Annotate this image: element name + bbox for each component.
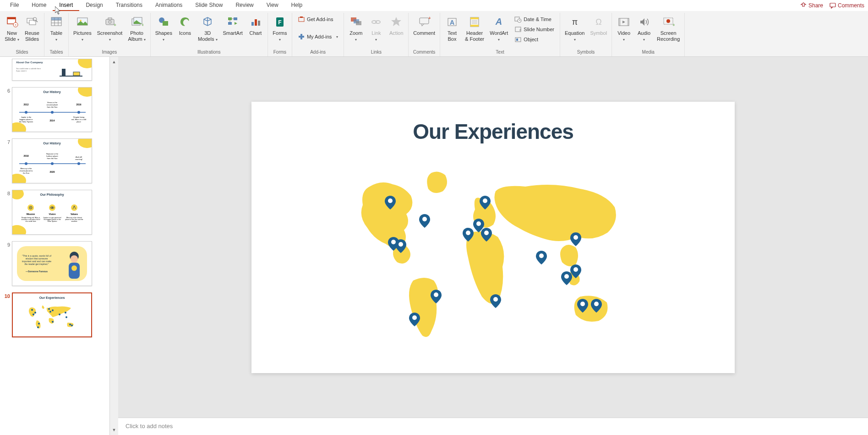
slide-thumb-10[interactable]: Our Experiences <box>12 292 92 337</box>
svg-rect-29 <box>251 22 254 26</box>
svg-text:+: + <box>15 23 17 27</box>
wordart-label: WordArt▾ <box>490 30 508 42</box>
notes-placeholder[interactable]: Click to add notes <box>126 423 861 429</box>
menu-transitions[interactable]: Transitions <box>109 0 149 11</box>
reuse-slides-button[interactable]: ReuseSlides <box>23 14 41 43</box>
svg-text:the Solar System: the Solar System <box>19 121 33 123</box>
equation-label: Equation▾ <box>565 30 584 42</box>
get-addins-button[interactable]: Get Add-ins <box>297 15 339 24</box>
svg-rect-34 <box>299 17 304 22</box>
svg-point-128 <box>49 311 51 313</box>
svg-text:A: A <box>450 19 454 26</box>
equation-button[interactable]: π Equation▾ <box>563 14 586 43</box>
svg-text:F: F <box>278 19 281 26</box>
scroll-down-icon[interactable]: ▼ <box>111 427 117 433</box>
new-slide-button[interactable]: + NewSlide ▾ <box>3 14 21 43</box>
zoom-button[interactable]: Zoom▾ <box>347 14 365 43</box>
comment-button[interactable]: + Comment <box>411 14 437 37</box>
svg-text:counting!: counting! <box>75 158 82 160</box>
forms-button[interactable]: F Forms▾ <box>271 14 289 43</box>
slide-panel-scrollbar[interactable]: ▲ ▼ <box>110 57 118 435</box>
menu-view[interactable]: View <box>260 0 285 11</box>
svg-rect-41 <box>420 18 429 24</box>
pictures-button[interactable]: Pictures▾ <box>71 14 93 43</box>
link-button: Link▾ <box>367 14 385 43</box>
screenshot-icon: + <box>103 15 117 29</box>
world-map[interactable] <box>351 166 635 349</box>
chart-button[interactable]: Chart <box>246 14 265 37</box>
slide-number: 6 <box>4 87 12 94</box>
slide-title[interactable]: Our Experiences <box>251 102 735 144</box>
my-addins-button[interactable]: My Add-ins ▾ <box>297 32 339 41</box>
video-button[interactable]: Video▾ <box>615 14 633 43</box>
svg-point-150 <box>564 274 569 279</box>
table-label: Table▾ <box>50 30 62 42</box>
svg-text:2014: 2014 <box>49 119 55 122</box>
svg-text:#: # <box>519 28 521 32</box>
audio-button[interactable]: Audio▾ <box>635 14 653 43</box>
scroll-up-icon[interactable]: ▲ <box>111 59 117 65</box>
menu-file[interactable]: File <box>4 0 25 11</box>
date-time-button[interactable]: Date & Time <box>513 15 555 24</box>
menu-animations[interactable]: Animations <box>149 0 189 11</box>
share-button[interactable]: Share <box>800 2 823 9</box>
slide-canvas-wrap[interactable]: Our Experiences <box>118 57 868 418</box>
thumb-subtitle: You could enter a subtitle hereif you ne… <box>16 67 41 72</box>
svg-point-129 <box>52 309 54 311</box>
svg-point-151 <box>580 302 585 306</box>
slide-canvas[interactable]: Our Experiences <box>251 102 735 373</box>
slide-thumb-8[interactable]: Our Philosophy Mission Vision Values Des… <box>12 190 92 235</box>
svg-point-122 <box>31 309 33 311</box>
slide-number: 9 <box>4 241 12 248</box>
screen-recording-button[interactable]: + ScreenRecording <box>655 14 682 43</box>
slide-panel[interactable]: About Our Company You could enter a subt… <box>0 57 110 435</box>
slide-number <box>4 59 12 60</box>
slide-thumb-6[interactable]: Our History 201220142016Venus is theseco… <box>12 87 92 132</box>
text-box-button[interactable]: A TextBox <box>443 14 461 43</box>
table-button[interactable]: Table▾ <box>47 14 66 43</box>
svg-text:from the Sun: from the Sun <box>47 106 58 108</box>
ribbon-group-label-illustrations: Illustrations <box>153 49 265 56</box>
menu-insert[interactable]: Insert <box>53 0 79 11</box>
comments-button[interactable]: Comments <box>830 2 864 9</box>
svg-point-142 <box>483 198 487 203</box>
slide-number: 7 <box>4 138 12 145</box>
slide-thumb-5[interactable]: About Our Company You could enter a subt… <box>12 59 92 81</box>
icons-button[interactable]: Icons <box>176 14 194 37</box>
video-label: Video▾ <box>617 30 630 42</box>
svg-point-136 <box>388 198 393 203</box>
object-button[interactable]: Object <box>513 35 555 44</box>
svg-point-152 <box>594 302 599 306</box>
smartart-button[interactable]: SmartArt <box>221 14 245 37</box>
svg-point-148 <box>573 235 578 240</box>
menu-design[interactable]: Design <box>79 0 109 11</box>
menu-home[interactable]: Home <box>25 0 53 11</box>
photo-album-button[interactable]: + PhotoAlbum ▾ <box>126 14 147 43</box>
shapes-button[interactable]: Shapes▾ <box>153 14 174 43</box>
slide-thumb-7[interactable]: Our History 20182020Neptune is thefarthe… <box>12 138 92 183</box>
ribbon-group-label-text: Text <box>443 49 557 56</box>
menu-slide-show[interactable]: Slide Show <box>189 0 229 11</box>
svg-point-146 <box>493 297 498 302</box>
audio-icon <box>637 15 651 29</box>
screenshot-button[interactable]: + Screenshot▾ <box>95 14 125 43</box>
menu-help[interactable]: Help <box>285 0 309 11</box>
ribbon-group-label-links: Links <box>347 49 405 56</box>
svg-point-101 <box>30 207 31 208</box>
3d-models-button[interactable]: 3DModels ▾ <box>196 14 219 43</box>
symbol-button: Ω Symbol <box>588 14 609 37</box>
get-addins-icon <box>298 16 305 23</box>
wordart-button[interactable]: A WordArt▾ <box>488 14 510 43</box>
ribbon-group-tables: Table▾ Tables <box>44 13 69 56</box>
svg-point-132 <box>66 316 67 318</box>
link-label: Link▾ <box>371 30 381 42</box>
icons-label: Icons <box>179 30 191 36</box>
svg-point-71 <box>51 111 54 114</box>
slide-thumb-9[interactable]: "This is a quote, words full of wisdom t… <box>12 241 92 286</box>
svg-text:from the Sun: from the Sun <box>47 157 58 160</box>
svg-text:2012: 2012 <box>23 103 28 106</box>
slide-number-button[interactable]: # Slide Number <box>513 25 555 34</box>
menu-review[interactable]: Review <box>229 0 260 11</box>
header-footer-button[interactable]: Header& Footer <box>463 14 486 43</box>
notes-area[interactable]: Click to add notes <box>118 418 868 435</box>
